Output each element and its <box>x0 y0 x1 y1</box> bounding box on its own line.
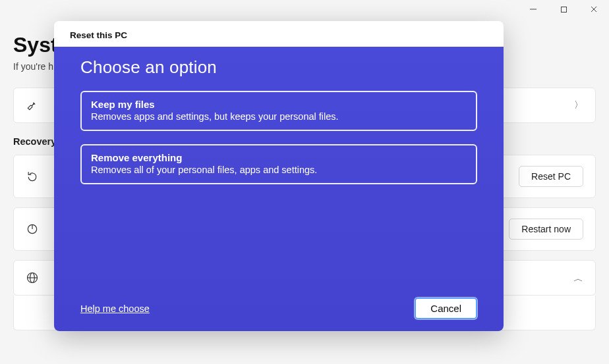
dialog-header: Reset this PC <box>54 21 504 47</box>
close-icon <box>590 5 598 13</box>
option-keep-my-files[interactable]: Keep my files Removes apps and settings,… <box>80 91 477 131</box>
minimize-button[interactable] <box>518 0 548 18</box>
dialog-body: Choose an option Keep my files Removes a… <box>54 47 504 331</box>
dialog-footer: Help me choose Cancel <box>80 290 477 319</box>
maximize-button[interactable] <box>548 0 579 18</box>
dialog-header-title: Reset this PC <box>70 30 488 40</box>
option-desc: Removes apps and settings, but keeps you… <box>91 111 467 122</box>
reset-pc-button[interactable]: Reset PC <box>519 166 583 187</box>
svg-rect-1 <box>561 7 566 12</box>
maximize-icon <box>560 6 567 13</box>
help-me-choose-link[interactable]: Help me choose <box>80 303 150 314</box>
window-controls <box>518 0 609 18</box>
option-desc: Removes all of your personal files, apps… <box>91 165 467 175</box>
chevron-up-icon: 〉 <box>573 273 585 282</box>
option-remove-everything[interactable]: Remove everything Removes all of your pe… <box>80 144 477 184</box>
restart-now-button[interactable]: Restart now <box>509 219 583 240</box>
globe-icon <box>26 271 39 284</box>
option-title: Remove everything <box>91 152 467 163</box>
cancel-button[interactable]: Cancel <box>415 298 477 319</box>
close-button[interactable] <box>579 0 609 18</box>
spacer-icon <box>26 306 39 319</box>
reset-icon <box>26 170 39 183</box>
reset-pc-dialog: Reset this PC Choose an option Keep my f… <box>54 21 504 331</box>
power-gear-icon <box>26 222 39 236</box>
chevron-right-icon: 〉 <box>574 99 583 111</box>
minimize-icon <box>529 5 537 13</box>
wrench-icon <box>26 99 39 112</box>
dialog-heading: Choose an option <box>80 57 477 78</box>
option-title: Keep my files <box>91 99 467 110</box>
